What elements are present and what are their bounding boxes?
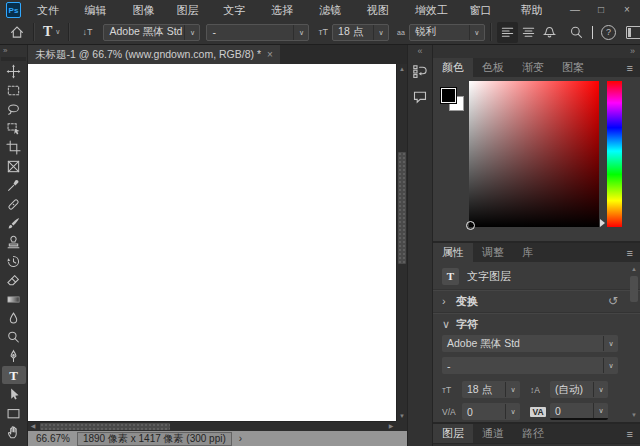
align-center-button[interactable] (518, 22, 539, 43)
toolbar-grabber[interactable] (1, 57, 26, 61)
menu-layer[interactable]: 图层(L) (169, 0, 216, 20)
tab-layers[interactable]: 图层 (433, 424, 473, 443)
font-style-select[interactable]: - ∨ (206, 24, 309, 41)
menu-plugins[interactable]: 增效工具 (408, 0, 463, 20)
panel-menu-icon[interactable]: ≡ (620, 243, 640, 262)
character-tracking-select[interactable]: 0 ∨ (550, 403, 608, 420)
history-brush-tool[interactable] (2, 252, 26, 270)
menu-help[interactable]: 帮助(H) (513, 0, 562, 20)
close-button[interactable]: × (614, 0, 640, 20)
pen-tool[interactable] (2, 347, 26, 365)
expand-dock-button[interactable]: « (408, 45, 432, 58)
tab-properties[interactable]: 属性 (433, 243, 473, 262)
properties-scroll-thumb[interactable] (630, 276, 638, 302)
crop-tool[interactable] (2, 138, 26, 156)
character-section-header[interactable]: ∨ 字符 (442, 315, 618, 333)
tab-color[interactable]: 颜色 (433, 58, 473, 77)
menu-edit[interactable]: 编辑(E) (77, 0, 125, 20)
status-expand-icon[interactable]: › (239, 433, 242, 444)
menu-filter[interactable]: 滤镜(T) (312, 0, 359, 20)
text-orientation-button[interactable]: ↓T (75, 22, 99, 43)
vertical-scrollbar[interactable]: ▲ ▼ (396, 64, 407, 421)
dodge-tool[interactable] (2, 328, 26, 346)
search-button[interactable] (566, 22, 587, 43)
menu-type[interactable]: 文字(Y) (216, 0, 264, 20)
tab-adjustments[interactable]: 调整 (473, 243, 513, 262)
zoom-level[interactable]: 66.67% (36, 433, 70, 444)
horizontal-scrollbar[interactable]: ◀ ▶ (28, 421, 396, 431)
font-family-select[interactable]: Adobe 黑体 Std ∨ (103, 24, 200, 41)
collapse-dock-button[interactable]: » (433, 45, 640, 58)
tool-preset-picker[interactable]: T ∨ (40, 22, 63, 43)
character-kerning-value: 0 (462, 406, 505, 418)
object-selection-tool[interactable] (2, 119, 26, 137)
tab-paths[interactable]: 路径 (513, 424, 553, 443)
properties-scrollbar[interactable]: ▲ ▼ (629, 264, 639, 420)
color-picker-marker[interactable] (466, 221, 475, 230)
scroll-right-icon[interactable]: ▶ (386, 422, 396, 431)
menu-image[interactable]: 图像(I) (125, 0, 169, 20)
warp-text-button[interactable] (539, 22, 560, 43)
character-font-size-select[interactable]: 18 点 ∨ (462, 381, 520, 398)
menu-window[interactable]: 窗口(W) (463, 0, 514, 20)
panel-menu-icon[interactable]: ≡ (620, 424, 640, 443)
tab-patterns[interactable]: 图案 (553, 58, 593, 77)
rectangular-marquee-tool[interactable] (2, 81, 26, 99)
lasso-tool[interactable] (2, 100, 26, 118)
clone-stamp-tool[interactable] (2, 233, 26, 251)
scroll-down-icon[interactable]: ▼ (629, 410, 639, 420)
panel-menu-icon[interactable]: ≡ (620, 58, 640, 77)
tab-close-icon[interactable]: × (267, 49, 273, 60)
scroll-down-icon[interactable]: ▼ (397, 411, 407, 421)
tab-channels[interactable]: 通道 (473, 424, 513, 443)
character-font-family-select[interactable]: Adobe 黑体 Std ∨ (442, 335, 618, 352)
hue-slider[interactable] (607, 81, 622, 227)
horizontal-scroll-thumb[interactable] (40, 423, 170, 430)
foreground-color-swatch[interactable] (440, 87, 457, 104)
hue-slider-marker[interactable] (600, 219, 605, 227)
scroll-up-icon[interactable]: ▲ (629, 264, 639, 274)
home-button[interactable] (6, 22, 28, 43)
transform-section-header[interactable]: › 变换 ↺ (442, 292, 618, 310)
tab-gradients[interactable]: 渐变 (513, 58, 553, 77)
gradient-tool[interactable] (2, 290, 26, 308)
document-tab[interactable]: 未标题-1 @ 66.7% (www.gndown.com, RGB/8) * … (28, 45, 280, 64)
path-selection-tool[interactable] (2, 385, 26, 403)
hand-tool[interactable] (2, 423, 26, 441)
help-button[interactable]: ? (598, 22, 619, 43)
maximize-button[interactable]: □ (588, 0, 614, 20)
menu-select[interactable]: 选择(S) (264, 0, 312, 20)
blur-tool[interactable] (2, 309, 26, 327)
minimize-button[interactable]: — (562, 0, 588, 20)
tab-libraries[interactable]: 库 (513, 243, 542, 262)
scroll-left-icon[interactable]: ◀ (28, 422, 38, 431)
toolbar-expand-button[interactable]: » (0, 45, 27, 57)
move-tool[interactable] (2, 62, 26, 80)
character-font-style-select[interactable]: - ∨ (442, 357, 618, 374)
tab-swatches[interactable]: 色板 (473, 58, 513, 77)
saturation-brightness-field[interactable] (469, 81, 599, 227)
spot-healing-brush-tool[interactable] (2, 195, 26, 213)
vertical-scroll-thumb[interactable] (398, 152, 406, 264)
align-left-button[interactable] (497, 22, 518, 43)
anti-alias-select[interactable]: 锐利 ∨ (409, 24, 485, 41)
horizontal-type-tool[interactable]: T (2, 366, 26, 384)
workspace-switcher-button[interactable] (623, 22, 640, 43)
scroll-up-icon[interactable]: ▲ (397, 64, 407, 74)
character-leading-select[interactable]: (自动) ∨ (550, 381, 608, 398)
reset-transform-icon[interactable]: ↺ (608, 294, 618, 308)
divider (33, 23, 35, 41)
menu-file[interactable]: 文件(F) (30, 0, 77, 20)
eyedropper-tool[interactable] (2, 176, 26, 194)
font-size-select[interactable]: 18 点 ∨ (332, 24, 389, 41)
rectangle-tool[interactable] (2, 404, 26, 422)
eraser-tool[interactable] (2, 271, 26, 289)
brush-tool[interactable] (2, 214, 26, 232)
history-panel-button[interactable] (409, 61, 431, 83)
canvas[interactable] (28, 64, 396, 421)
character-kerning-select[interactable]: 0 ∨ (462, 403, 520, 420)
document-size-info[interactable]: 1890 像素 x 1417 像素 (300 ppi) (77, 432, 232, 446)
menu-view[interactable]: 视图(V) (360, 0, 408, 20)
frame-tool[interactable] (2, 157, 26, 175)
comment-panel-button[interactable] (409, 86, 431, 108)
